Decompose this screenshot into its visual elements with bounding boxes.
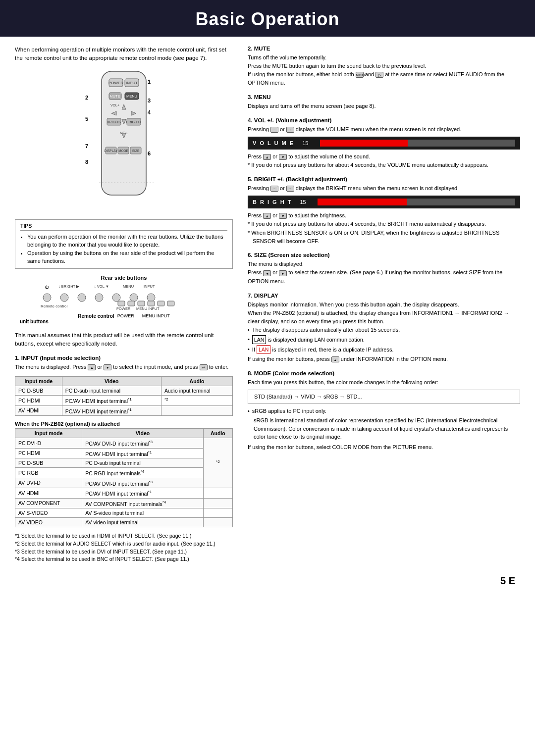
mode-body: Each time you press this button, the col… xyxy=(248,378,520,452)
svg-rect-52 xyxy=(138,301,145,306)
size-body: The menu is displayed. Press ◄ or ► to s… xyxy=(248,260,520,285)
svg-rect-53 xyxy=(148,301,155,306)
footnote-2: *2 Select the terminal for AUDIO SELECT … xyxy=(15,540,233,548)
display-body3: If using the monitor buttons, press ▲ un… xyxy=(248,355,520,363)
svg-text:DISPLAY: DISPLAY xyxy=(105,149,118,152)
menu-input-label: MENU INPUT xyxy=(142,313,170,318)
mode-box: STD (Standard) → VIVID → sRGB → STD... xyxy=(248,390,520,404)
size-right-btn: ► xyxy=(279,270,287,276)
vol-bar-label: V O L U M E xyxy=(253,140,294,146)
svg-text:VOL+: VOL+ xyxy=(110,103,119,107)
svg-text:MENU: MENU xyxy=(123,284,134,289)
table-row: AV HDMI PC/AV HDMI input terminal*1 xyxy=(15,405,233,416)
mode-note2: sRGB is international standard of color … xyxy=(254,416,520,441)
svg-point-41 xyxy=(60,294,68,302)
mode-note1-item: • sRGB applies to PC input only. xyxy=(248,407,520,415)
unit-buttons-label: unit buttons xyxy=(20,319,49,324)
info-btn: ▲ xyxy=(331,356,339,362)
cell-video: PC/AV DVI-D input terminal*3 xyxy=(82,438,203,449)
tips-item-1: You can perform operation of the monitor… xyxy=(27,233,227,249)
col-audio: Audio xyxy=(203,429,232,438)
cell-input-mode: PC RGB xyxy=(15,468,82,478)
section-mute: 2. MUTE Turns off the volume temporarily… xyxy=(248,46,520,87)
vol-bar-fill xyxy=(320,140,408,147)
col-video: Video xyxy=(62,377,161,386)
cell-video: PC RGB input terminals*4 xyxy=(82,468,203,478)
page-label: E xyxy=(509,575,515,586)
cell-audio: Audio input terminal xyxy=(161,386,232,396)
svg-text:MODE: MODE xyxy=(118,149,128,152)
cell-audio: *2 xyxy=(203,438,232,488)
svg-text:POWER: POWER xyxy=(108,81,123,85)
svg-rect-51 xyxy=(128,301,135,306)
svg-point-40 xyxy=(43,294,51,302)
menu-body: Displays and turns off the menu screen (… xyxy=(248,102,520,110)
section-mode: 8. MODE (Color mode selection) Each time… xyxy=(248,370,520,452)
bright-bar-value: 15 xyxy=(300,199,310,205)
svg-text:MENU INPUT: MENU INPUT xyxy=(136,306,160,311)
bright-minus-btn: − xyxy=(270,186,278,192)
svg-point-46 xyxy=(147,294,155,302)
footnote-3: *3 Select the terminal to be used in DVI… xyxy=(15,548,233,556)
svg-rect-54 xyxy=(158,301,164,306)
mode-body3: If using the monitor buttons, select COL… xyxy=(248,443,520,452)
bright-note1: * If you do not press any buttons for ab… xyxy=(248,220,520,228)
input-table-2: Input mode Video Audio PC DVI-D PC/AV DV… xyxy=(15,428,233,527)
lan-badge-red: LAN xyxy=(257,345,270,354)
bright-bar-fill xyxy=(318,199,406,205)
btn-icon: ▷ xyxy=(375,72,383,78)
table-row: AV VIDEO AV video input terminal xyxy=(15,518,233,527)
svg-text:↕ BRIGHT ▶: ↕ BRIGHT ▶ xyxy=(58,284,80,289)
bright-pressing-text: Pressing − or + displays the BRIGHT menu… xyxy=(248,184,520,193)
cell-audio xyxy=(203,508,232,518)
display-bullet-1: • The display disappears automatically a… xyxy=(248,326,520,334)
footnotes: *1 Select the terminal to be used in HDM… xyxy=(15,532,233,563)
menu-title: 3. MENU xyxy=(248,94,520,100)
menu-icon-btn: MENU xyxy=(356,72,364,78)
rear-side-title: Rear side buttons xyxy=(15,275,233,281)
vol-pressing-text: Pressing − or + displays the VOLUME menu… xyxy=(248,125,520,134)
cell-input-mode: PC DVI-D xyxy=(15,438,82,449)
size-body2: Press ◄ or ► to select the screen size. … xyxy=(248,268,520,285)
footnote-4: *4 Select the terminal to be used in BNC… xyxy=(15,555,233,563)
table-row: PC HDMI PC/AV HDMI input terminal*1 *2 xyxy=(15,396,233,406)
cell-input-mode: AV S-VIDEO xyxy=(15,508,82,518)
svg-point-44 xyxy=(112,294,120,302)
bright-body: Pressing − or + displays the BRIGHT menu… xyxy=(248,184,520,193)
svg-text:SIZE: SIZE xyxy=(132,149,140,152)
cell-input-mode: PC D-SUB xyxy=(15,386,62,396)
svg-point-42 xyxy=(78,294,86,302)
svg-text:2: 2 xyxy=(85,95,88,101)
table-row: AV S-VIDEO AV S-video input terminal xyxy=(15,508,233,518)
bright-bar-label: B R I G H T xyxy=(253,199,292,205)
bright-adjust-text: Press ▲ or ▼ to adjust the brightness. xyxy=(248,211,520,220)
svg-text:5: 5 xyxy=(85,116,88,122)
svg-text:1: 1 xyxy=(148,79,151,85)
svg-text:4: 4 xyxy=(148,109,151,115)
svg-text:↕ VOL ▼: ↕ VOL ▼ xyxy=(94,284,109,289)
remote-diagram: 1 2 3 4 5 7 6 8 POWER INPUT MUTE xyxy=(15,69,233,212)
cell-video: PC/AV HDMI input terminal*1 xyxy=(82,488,203,499)
table-row: AV COMPONENT AV COMPONENT input terminal… xyxy=(15,498,233,508)
section-vol: 4. VOL +/- (Volume adjustment) Pressing … xyxy=(248,117,520,169)
svg-text:MUTE: MUTE xyxy=(109,94,120,99)
bright-note2: * When BRIGHTNESS SENSOR is ON or ON: DI… xyxy=(248,229,520,245)
mute-body-2: Press the MUTE button again to turn the … xyxy=(248,62,520,70)
cell-video: PC D-sub input terminal xyxy=(82,458,203,468)
svg-text:POWER: POWER xyxy=(116,306,131,311)
section-input-title: 1. INPUT (Input mode selection) xyxy=(15,355,233,361)
table-row: PC D-SUB PC D-sub input terminal xyxy=(15,458,233,468)
manual-note: This manual assumes that this product wi… xyxy=(15,331,233,349)
tips-header: TIPS xyxy=(20,223,227,231)
rear-side-section: Rear side buttons ⏻ ↕ BRIGHT ▶ ↕ VOL ▼ M… xyxy=(15,275,233,324)
display-bullet-2: • LAN is displayed during LAN communicat… xyxy=(248,335,520,344)
vol-title: 4. VOL +/- (Volume adjustment) xyxy=(248,117,520,123)
cell-video: AV video input terminal xyxy=(82,518,203,527)
cell-audio xyxy=(161,405,232,416)
tips-box: TIPS You can perform operation of the mo… xyxy=(15,219,233,269)
section-size: 6. SIZE (Screen size selection) The menu… xyxy=(248,252,520,285)
bright-body2: Press ▲ or ▼ to adjust the brightness. *… xyxy=(248,211,520,246)
cell-video: PC/AV HDMI input terminal*1 xyxy=(82,448,203,458)
svg-text:8: 8 xyxy=(85,159,88,165)
section-input-body: The menu is displayed. Press ▲ or ▼ to s… xyxy=(15,363,233,371)
